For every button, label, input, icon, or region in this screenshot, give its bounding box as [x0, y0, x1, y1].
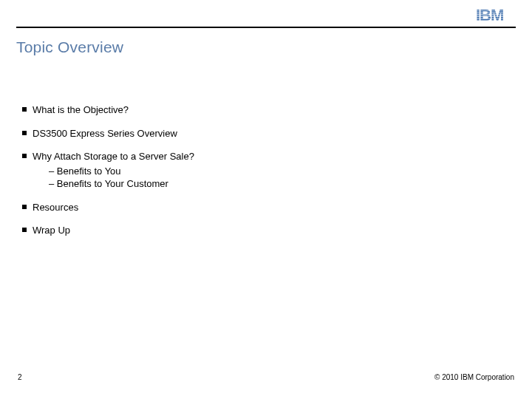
list-item: Why Attach Storage to a Server Sale? [22, 150, 510, 163]
page-number: 2 [18, 373, 22, 381]
bullet-icon [22, 205, 27, 209]
ibm-logo: IBM [476, 7, 513, 25]
bullet-icon [22, 154, 27, 158]
svg-text:IBM: IBM [476, 7, 503, 22]
bullet-list: What is the Objective? DS3500 Express Se… [22, 103, 510, 248]
list-item: What is the Objective? [22, 103, 510, 117]
list-item: DS3500 Express Series Overview [22, 127, 510, 140]
list-item-label: Why Attach Storage to a Server Sale? [33, 150, 194, 163]
bullet-icon [22, 131, 27, 135]
copyright-text: © 2010 IBM Corporation [434, 373, 514, 381]
list-subitem: Benefits to Your Customer [49, 177, 510, 191]
header-divider [16, 27, 516, 28]
bullet-icon [22, 228, 27, 232]
page-title: Topic Overview [16, 38, 123, 56]
list-item-label: Resources [33, 201, 78, 214]
list-item: Resources [22, 201, 510, 214]
bullet-icon [22, 107, 27, 112]
list-item-label: Wrap Up [33, 224, 70, 237]
list-subitem: Benefits to You [49, 165, 510, 178]
list-item-label: What is the Objective? [33, 103, 129, 117]
list-item-label: DS3500 Express Series Overview [33, 127, 177, 140]
list-item: Wrap Up [22, 224, 510, 237]
